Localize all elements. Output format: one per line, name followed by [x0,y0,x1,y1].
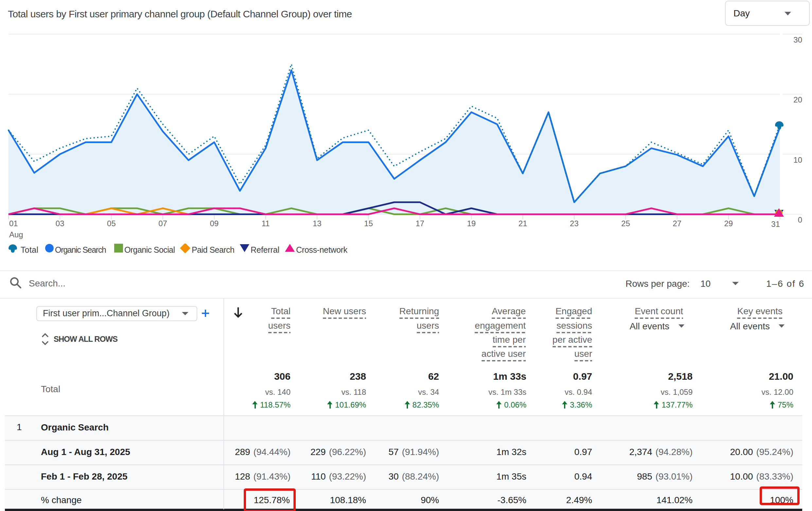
svg-text:27: 27 [673,219,682,228]
svg-text:21: 21 [519,219,527,228]
svg-text:Organic Search: Organic Search [55,245,106,254]
svg-text:Referral: Referral [251,245,280,254]
svg-text:0: 0 [798,215,802,224]
svg-text:01: 01 [9,219,18,228]
svg-text:Cross-network: Cross-network [296,245,348,254]
svg-text:23: 23 [570,219,579,228]
svg-text:10: 10 [793,156,802,164]
svg-text:25: 25 [621,219,630,228]
svg-text:Total: Total [21,245,38,254]
svg-text:19: 19 [467,219,476,228]
svg-text:07: 07 [158,219,167,228]
svg-text:31: 31 [771,220,780,228]
svg-text:17: 17 [415,219,424,228]
svg-text:13: 13 [313,219,322,228]
svg-text:29: 29 [724,219,733,228]
svg-text:05: 05 [107,219,116,228]
svg-text:09: 09 [210,219,219,228]
svg-text:30: 30 [793,35,802,44]
svg-text:11: 11 [262,219,270,228]
svg-text:Organic Social: Organic Social [124,245,175,254]
svg-text:20: 20 [793,95,802,104]
svg-text:Aug: Aug [9,230,23,239]
svg-text:03: 03 [56,219,64,228]
svg-text:Paid Search: Paid Search [192,245,235,254]
svg-text:15: 15 [364,219,373,228]
